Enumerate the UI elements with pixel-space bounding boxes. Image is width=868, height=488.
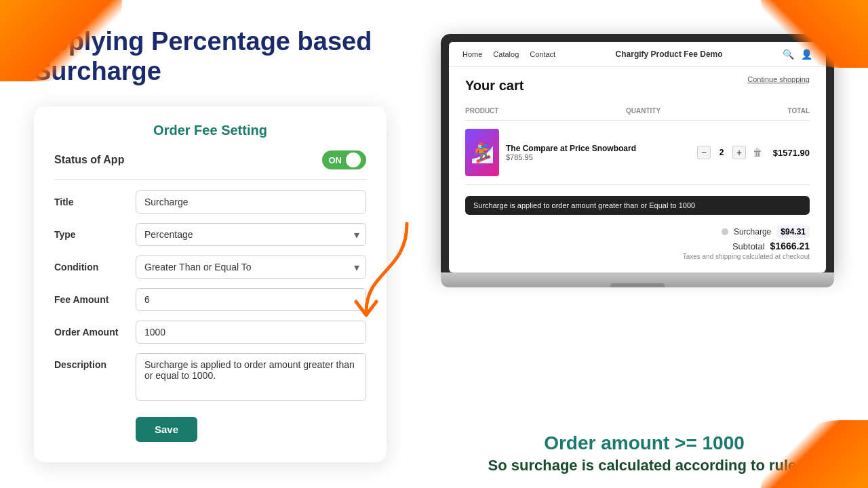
title-input-wrapper [136,190,366,214]
fee-amount-label: Fee Amount [54,288,136,305]
corner-decoration-tr [760,0,868,68]
type-select-container: Percentage Fixed [136,223,366,246]
title-input[interactable] [136,190,366,214]
order-amount-input-wrapper [136,321,366,344]
save-button[interactable]: Save [136,417,197,442]
description-label: Description [54,353,136,370]
description-row: Description Surcharge is applied to orde… [54,353,366,403]
description-textarea[interactable]: Surcharge is applied to order amount gre… [136,353,366,401]
form-card-title: Order Fee Setting [54,123,366,138]
status-label: Status of App [54,154,124,166]
type-row: Type Percentage Fixed [54,223,366,246]
store-name: Chargify Product Fee Demo [616,49,723,59]
order-amount-label: Order Amount [54,321,136,338]
right-panel: Home Catalog Contact Chargify Product Fe… [407,0,868,488]
nav-catalog[interactable]: Catalog [493,50,519,58]
quantity-controls: − 2 + 🗑 [697,146,762,159]
header-total: TOTAL [788,107,810,115]
title-row: Title [54,190,366,214]
corner-decoration-br [760,420,868,488]
description-textarea-wrapper: Surcharge is applied to order amount gre… [136,353,366,403]
condition-select[interactable]: Greater Than or Equal To Less Than Equal… [136,256,366,279]
fee-amount-input[interactable] [136,288,366,311]
toggle-circle [346,152,361,167]
laptop-base [441,272,834,287]
header-quantity: QUANTITY [626,107,660,115]
toggle-label: ON [329,155,342,165]
type-select-wrapper: Percentage Fixed [136,223,366,246]
order-amount-row: Order Amount [54,321,366,344]
nav-links: Home Catalog Contact [462,50,555,58]
cart-summary: Surcharge $94.31 Subtotal $1666.21 Taxes… [449,220,826,266]
surcharge-tooltip: Surcharge is applied to order amount gre… [465,196,810,215]
taxes-note: Taxes and shipping calculated at checkou… [465,253,810,260]
surcharge-dot [722,228,728,235]
order-amount-input[interactable] [136,321,366,344]
cart-item: The Compare at Price Snowboard $785.95 −… [465,121,810,185]
tooltip-text: Surcharge is applied to order amount gre… [473,201,695,209]
surcharge-amount: $94.31 [776,226,810,238]
type-select[interactable]: Percentage Fixed [136,223,366,246]
type-label: Type [54,223,136,240]
laptop-body: Home Catalog Contact Chargify Product Fe… [441,34,834,272]
quantity-value: 2 [715,148,728,157]
surcharge-label: Surcharge [734,227,771,237]
status-toggle[interactable]: ON [322,150,367,169]
continue-shopping-link[interactable]: Continue shopping [747,75,810,83]
nav-contact[interactable]: Contact [530,50,555,58]
form-card: Order Fee Setting Status of App ON Title… [34,106,387,462]
nav-home[interactable]: Home [462,50,482,58]
product-price: $785.95 [506,153,690,161]
corner-decoration-tl [0,0,122,81]
title-label: Title [54,190,136,207]
status-row: Status of App ON [54,150,366,180]
condition-select-wrapper: Greater Than or Equal To Less Than Equal… [136,256,366,279]
laptop-screen: Home Catalog Contact Chargify Product Fe… [449,42,826,272]
condition-label: Condition [54,256,136,272]
quantity-decrease[interactable]: − [697,146,711,159]
item-total: $1571.90 [769,148,810,158]
arrow-decoration [353,217,434,325]
fee-amount-input-wrapper [136,288,366,311]
subtotal-amount: $1666.21 [770,241,810,251]
cart-header: PRODUCT QUANTITY TOTAL [465,102,810,121]
delete-item-icon[interactable]: 🗑 [753,147,762,158]
product-info: The Compare at Price Snowboard $785.95 [506,144,690,161]
subtotal-label: Subtotal [732,241,765,251]
surcharge-row: Surcharge $94.31 [465,226,810,238]
laptop-mockup: Home Catalog Contact Chargify Product Fe… [441,34,834,287]
header-product: PRODUCT [465,107,498,115]
cart-title: Your cart [465,78,524,94]
product-name: The Compare at Price Snowboard [506,144,690,153]
condition-select-container: Greater Than or Equal To Less Than Equal… [136,256,366,279]
fee-amount-row: Fee Amount [54,288,366,311]
cart-content: Your cart Continue shopping PRODUCT QUAN… [449,67,826,196]
subtotal-row: Subtotal $1666.21 [465,241,810,251]
product-image [465,129,499,176]
condition-row: Condition Greater Than or Equal To Less … [54,256,366,279]
quantity-increase[interactable]: + [732,146,746,159]
